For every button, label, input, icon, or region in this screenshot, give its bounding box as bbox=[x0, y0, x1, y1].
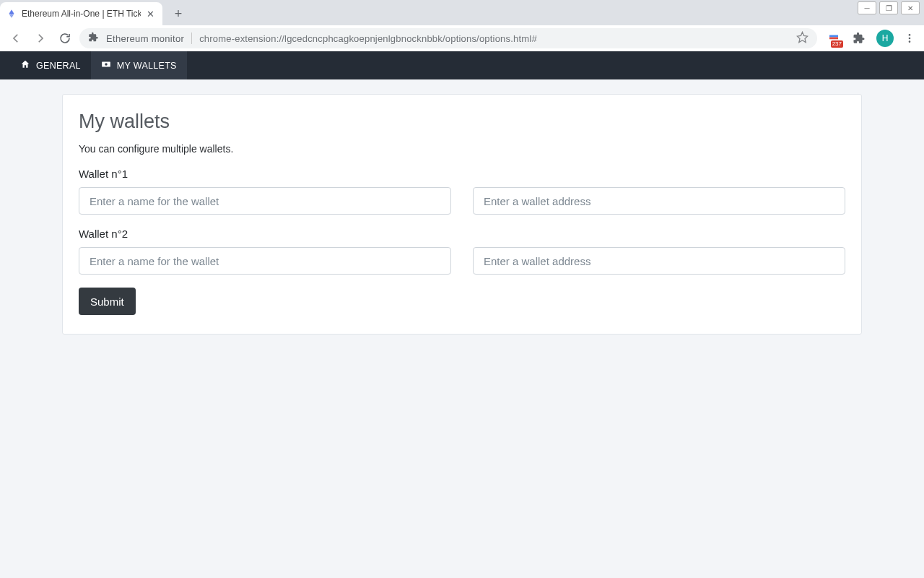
browser-tab[interactable]: Ethereum All-in-One | ETH Ticker ✕ bbox=[0, 2, 162, 25]
wallet-address-input[interactable] bbox=[473, 187, 845, 215]
badge-count: 237 bbox=[831, 40, 843, 48]
home-icon bbox=[20, 59, 30, 72]
svg-point-2 bbox=[909, 40, 911, 43]
svg-point-4 bbox=[105, 63, 108, 66]
submit-button[interactable]: Submit bbox=[79, 288, 136, 315]
svg-point-0 bbox=[909, 34, 911, 36]
wallet-address-input[interactable] bbox=[473, 247, 845, 275]
bookmark-icon[interactable] bbox=[796, 31, 808, 46]
omnibox-label: Ethereum monitor bbox=[106, 33, 184, 44]
tab-wallets-label: MY WALLETS bbox=[117, 61, 177, 71]
wallet-row bbox=[79, 247, 845, 275]
ethereum-icon bbox=[6, 8, 17, 20]
tab-general[interactable]: GENERAL bbox=[10, 51, 91, 79]
wallet-block-1: Wallet n°1 bbox=[79, 168, 845, 215]
maximize-button[interactable]: ❐ bbox=[879, 1, 898, 14]
close-icon[interactable]: ✕ bbox=[145, 9, 155, 19]
tab-title: Ethereum All-in-One | ETH Ticker bbox=[22, 9, 141, 19]
extensions-button[interactable] bbox=[849, 28, 869, 48]
tab-strip: Ethereum All-in-One | ETH Ticker ✕ + ─ ❐… bbox=[0, 0, 924, 25]
wallet-block-2: Wallet n°2 bbox=[79, 228, 845, 275]
url-text: chrome-extension://lgcedcncphcagkoepnjen… bbox=[199, 33, 537, 44]
page-description: You can configure multiple wallets. bbox=[79, 143, 845, 155]
minimize-button[interactable]: ─ bbox=[858, 1, 876, 14]
profile-avatar[interactable]: H bbox=[876, 30, 894, 47]
close-window-button[interactable]: ✕ bbox=[901, 1, 920, 14]
svg-point-1 bbox=[909, 38, 911, 40]
browser-chrome: Ethereum All-in-One | ETH Ticker ✕ + ─ ❐… bbox=[0, 0, 924, 51]
wallet-label: Wallet n°2 bbox=[79, 228, 845, 240]
new-tab-button[interactable]: + bbox=[168, 4, 188, 24]
tab-my-wallets[interactable]: MY WALLETS bbox=[91, 51, 187, 79]
money-icon bbox=[101, 59, 111, 72]
browser-toolbar: Ethereum monitor chrome-extension://lgce… bbox=[0, 25, 924, 51]
wallet-name-input[interactable] bbox=[79, 187, 451, 215]
menu-button[interactable] bbox=[901, 30, 918, 47]
window-controls: ─ ❐ ✕ bbox=[858, 1, 920, 14]
separator bbox=[191, 33, 192, 44]
wallet-label: Wallet n°1 bbox=[79, 168, 845, 180]
address-bar[interactable]: Ethereum monitor chrome-extension://lgce… bbox=[79, 28, 817, 48]
page-title: My wallets bbox=[79, 111, 845, 133]
extension-badge[interactable]: 237 bbox=[826, 30, 842, 46]
wallet-name-input[interactable] bbox=[79, 247, 451, 275]
reload-button[interactable] bbox=[55, 28, 75, 48]
wallets-card: My wallets You can configure multiple wa… bbox=[62, 94, 862, 335]
tab-general-label: GENERAL bbox=[36, 61, 81, 71]
extensions-area: 237 H bbox=[821, 28, 918, 48]
app-nav: GENERAL MY WALLETS bbox=[0, 51, 924, 79]
page-body: My wallets You can configure multiple wa… bbox=[0, 79, 924, 578]
avatar-letter: H bbox=[882, 33, 889, 43]
forward-button[interactable] bbox=[30, 28, 51, 48]
wallet-row bbox=[79, 187, 845, 215]
back-button[interactable] bbox=[6, 28, 26, 48]
extension-icon bbox=[88, 32, 99, 45]
